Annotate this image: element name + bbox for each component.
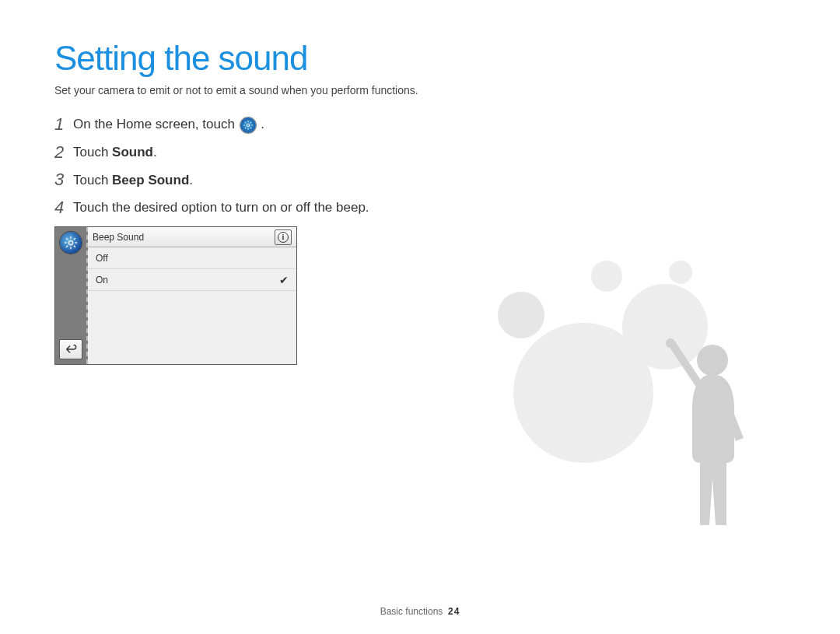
footer-section: Basic functions	[380, 606, 443, 617]
page-footer: Basic functions 24	[0, 606, 840, 617]
step-text: Touch Sound.	[73, 143, 157, 162]
svg-point-1	[68, 241, 72, 245]
bubble-graphic	[591, 261, 622, 292]
step-3: 3 Touch Beep Sound.	[54, 171, 786, 190]
child-silhouette	[646, 323, 762, 541]
option-label: Off	[96, 253, 108, 264]
step-2: 2 Touch Sound.	[54, 143, 786, 162]
options-panel: Beep Sound i Off ✔ On ✔	[88, 227, 296, 364]
step-number: 3	[54, 171, 73, 188]
svg-point-0	[247, 124, 250, 127]
page-title: Setting the sound	[54, 39, 786, 78]
step-1: 1 On the Home screen, touch .	[54, 115, 786, 134]
panel-title: Beep Sound	[93, 232, 144, 243]
step-text: Touch the desired option to turn on or o…	[73, 198, 369, 217]
option-off[interactable]: Off ✔	[88, 247, 296, 269]
step-text: Touch Beep Sound.	[73, 171, 193, 190]
instruction-steps: 1 On the Home screen, touch . 2 Touch So…	[54, 115, 786, 217]
page-number: 24	[448, 606, 460, 617]
svg-point-2	[697, 345, 728, 376]
bubble-graphic	[513, 323, 653, 463]
panel-header: Beep Sound i	[88, 227, 296, 247]
info-button[interactable]: i	[275, 229, 292, 245]
step-number: 1	[54, 116, 73, 133]
checkmark-icon: ✔	[279, 274, 289, 286]
back-button[interactable]	[59, 339, 82, 359]
camera-screenshot: Beep Sound i Off ✔ On ✔	[54, 226, 297, 365]
step-number: 4	[54, 199, 73, 216]
step-number: 2	[54, 144, 73, 161]
manual-page: Setting the sound Set your camera to emi…	[0, 0, 840, 634]
step-4: 4 Touch the desired option to turn on or…	[54, 198, 786, 217]
option-label: On	[96, 275, 108, 285]
svg-point-3	[666, 338, 675, 348]
settings-icon	[240, 117, 256, 133]
background-decoration	[467, 261, 793, 541]
step-text: On the Home screen, touch .	[73, 115, 264, 134]
option-on[interactable]: On ✔	[88, 269, 296, 291]
settings-gear-icon[interactable]	[60, 232, 82, 254]
bubble-graphic	[498, 292, 544, 338]
bubble-graphic	[669, 261, 692, 284]
camera-sidebar	[55, 227, 88, 364]
bubble-graphic	[622, 284, 708, 370]
page-subtitle: Set your camera to emit or not to emit a…	[54, 84, 786, 96]
